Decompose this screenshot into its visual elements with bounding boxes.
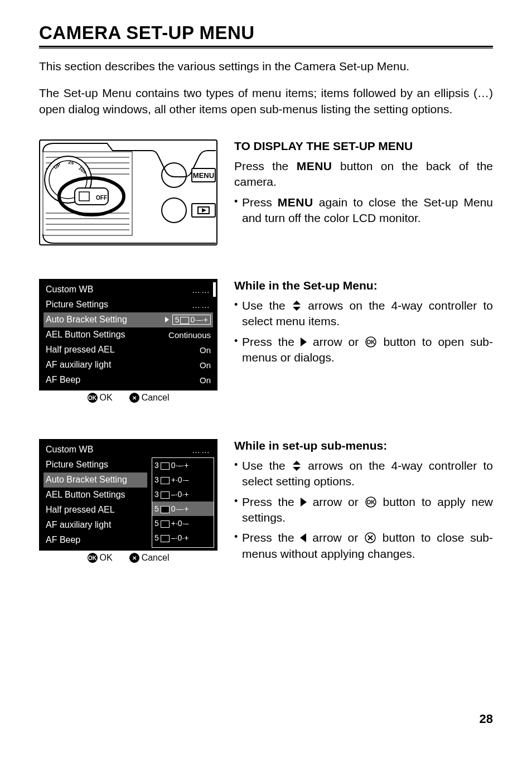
menu-row-custom-wb: Custom WB…… (39, 282, 217, 297)
menu-row-af-aux-light: AF auxiliary lightOn (39, 358, 217, 373)
up-down-arrow-icon (292, 459, 302, 472)
section2-bullet-2: Press the arrow or OK button to open sub… (234, 334, 493, 366)
left-arrow-icon (300, 533, 306, 542)
intro-paragraph-2: The Set-up Menu contains two types of me… (39, 85, 493, 117)
ok-icon: OK (88, 393, 98, 403)
submenu-row: Picture Settings (39, 457, 152, 472)
lcd-footer: OK OK ✕ Cancel (39, 550, 217, 566)
section3-bullet-2: Press the arrow or OK button to apply ne… (234, 494, 493, 526)
svg-text:OK: OK (366, 499, 375, 505)
submenu-arrow-icon (165, 317, 169, 322)
svg-marker-29 (293, 467, 301, 471)
camera-back-diagram: UP 2s 10s OFF MENU (39, 139, 217, 245)
lcd-setup-menu: Custom WB…… Picture Settings…… Auto Brac… (39, 279, 217, 406)
section1-bullet-1: Press MENU again to close the Set-up Men… (234, 195, 493, 226)
page-number: 28 (480, 712, 493, 726)
svg-marker-24 (293, 301, 301, 305)
menu-glyph-icon: MENU (278, 196, 313, 209)
menu-glyph-icon: MENU (297, 160, 332, 172)
submenu-row-highlight: Auto Bracket Setting (43, 472, 147, 488)
svg-point-18 (162, 163, 186, 187)
submenu-row: Half pressed AEL (39, 503, 152, 518)
svg-text:OK: OK (367, 339, 376, 345)
ok-button-icon: OK (365, 495, 377, 508)
menu-row-ael-button: AEL Button SettingsContinuous (39, 327, 217, 343)
right-arrow-icon (301, 337, 307, 346)
menu-row-half-pressed-ael: Half pressed AELOn (39, 343, 217, 358)
option-3-0minus-plus: 30·–·+ (152, 458, 214, 472)
svg-marker-25 (293, 307, 301, 311)
menu-row-auto-bracket: Auto Bracket Setting 5 0·–·+50·–·+ (43, 312, 213, 327)
option-5-0minus-plus: 50·–·+ (152, 502, 214, 516)
section3-heading: While in set-up sub-menus: (234, 439, 493, 452)
section1-heading: TO DISPLAY THE SET-UP MENU (234, 139, 493, 153)
menu-button-label: MENU (193, 171, 214, 180)
page-title: CAMERA SET-UP MENU (39, 22, 493, 44)
submenu-row: AEL Button Settings (39, 488, 152, 503)
title-rule (39, 46, 493, 47)
svg-marker-28 (293, 461, 301, 465)
right-arrow-icon (301, 498, 307, 507)
title-rule-thin (39, 48, 493, 49)
ok-button-icon: OK (365, 335, 377, 348)
cancel-icon: ✕ (129, 393, 139, 403)
bracket-value-box: 5 0·–·+50·–·+ (172, 315, 211, 325)
menu-row-af-beep: AF BeepOn (39, 373, 217, 388)
scrollbar-thumb (213, 282, 216, 297)
intro-paragraph-1: This section describes the various setti… (39, 59, 493, 74)
option-5-plus0minus: 5+·0·– (152, 516, 214, 531)
section2-heading: While in the Set-up Menu: (234, 279, 493, 292)
lcd-footer: OK OK ✕ Cancel (39, 390, 217, 406)
lcd-submenu: Custom WB…… Picture Settings Auto Bracke… (39, 439, 217, 566)
option-3-minus0plus: 3–·0·+ (152, 487, 214, 502)
section3-bullet-3: Press the arrow or button to close sub-m… (234, 530, 493, 562)
ok-icon: OK (88, 553, 98, 563)
cancel-icon: ✕ (129, 553, 139, 563)
section3-bullet-1: Use the arrows on the 4-way controller t… (234, 458, 493, 490)
submenu-options: 30·–·+ 3+·0·– 3–·0·+ 50·–·+ 5+·0·– 5–·0·… (152, 457, 214, 548)
submenu-row: AF auxiliary light (39, 518, 152, 533)
section1-body: Press the MENU button on the back of the… (234, 158, 493, 190)
svg-point-20 (162, 198, 186, 223)
svg-text:2s: 2s (68, 159, 75, 166)
menu-row-picture-settings: Picture Settings…… (39, 297, 217, 312)
option-3-plus0minus: 3+·0·– (152, 472, 214, 487)
up-down-arrow-icon (292, 299, 302, 312)
section2-bullet-1: Use the arrows on the 4-way controller t… (234, 298, 493, 330)
submenu-row: AF Beep (39, 533, 152, 548)
svg-text:OFF: OFF (96, 195, 107, 201)
x-button-icon (364, 531, 376, 544)
submenu-row: Custom WB…… (39, 442, 217, 457)
option-5-minus0plus: 5–·0·+ (152, 531, 214, 545)
